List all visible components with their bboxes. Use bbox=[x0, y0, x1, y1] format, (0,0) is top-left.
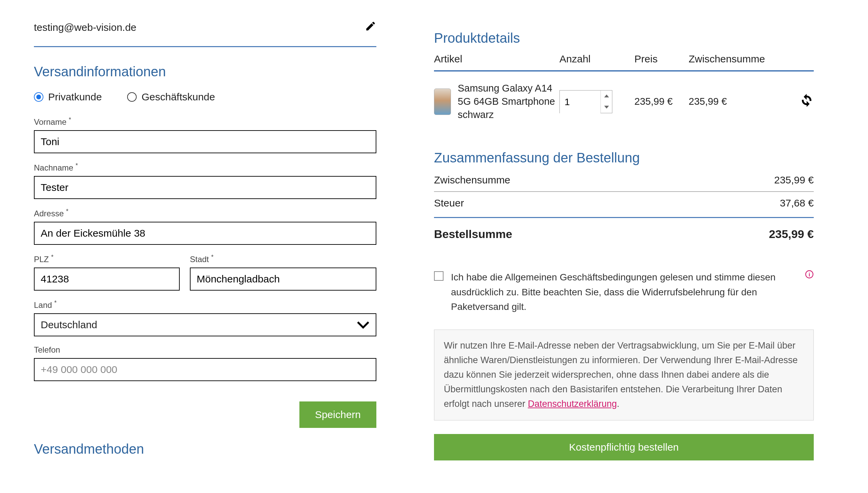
radio-business-label: Geschäftskunde bbox=[141, 91, 215, 103]
product-name: Samsung Galaxy A14 5G 64GB Smartphone sc… bbox=[458, 71, 559, 138]
table-row: Samsung Galaxy A14 5G 64GB Smartphone sc… bbox=[434, 71, 814, 138]
zip-label: PLZ * bbox=[34, 254, 180, 264]
col-price: Preis bbox=[634, 53, 689, 71]
privacy-link[interactable]: Datenschutzerklärung bbox=[528, 399, 617, 409]
summary-row-subtotal: Zwischensumme 235,99 € bbox=[434, 174, 814, 191]
edit-email-button[interactable] bbox=[365, 20, 376, 34]
col-article: Artikel bbox=[434, 53, 559, 71]
summary-heading: Zusammenfassung der Bestellung bbox=[434, 150, 814, 165]
radio-business[interactable]: Geschäftskunde bbox=[127, 91, 215, 103]
zip-input[interactable] bbox=[34, 268, 180, 291]
terms-section: Ich habe die Allgemeinen Geschäftsbeding… bbox=[434, 270, 814, 314]
lastname-label: Nachname * bbox=[34, 162, 376, 173]
shipping-heading: Versandinformationen bbox=[34, 64, 376, 79]
phone-input[interactable] bbox=[34, 358, 376, 381]
privacy-notice: Wir nutzen Ihre E-Mail-Adresse neben der… bbox=[434, 330, 814, 420]
col-qty: Anzahl bbox=[559, 53, 634, 71]
qty-input[interactable] bbox=[560, 91, 600, 114]
svg-marker-1 bbox=[604, 106, 609, 109]
email-row: testing@web-vision.de bbox=[34, 20, 376, 47]
qty-stepper[interactable] bbox=[559, 90, 612, 113]
svg-marker-0 bbox=[604, 95, 609, 97]
col-subtotal: Zwischensumme bbox=[689, 53, 797, 71]
refresh-icon bbox=[800, 93, 814, 107]
subtotal-value: 235,99 € bbox=[774, 174, 814, 186]
address-input[interactable] bbox=[34, 222, 376, 245]
notice-after: . bbox=[617, 399, 619, 409]
radio-private-label: Privatkunde bbox=[48, 91, 102, 103]
firstname-input[interactable] bbox=[34, 130, 376, 153]
terms-text: Ich habe die Allgemeinen Geschäftsbeding… bbox=[451, 270, 814, 314]
summary-row-tax: Steuer 37,68 € bbox=[434, 191, 814, 214]
product-subtotal: 235,99 € bbox=[689, 71, 797, 138]
tax-label: Steuer bbox=[434, 197, 464, 209]
notice-text: Wir nutzen Ihre E-Mail-Adresse neben der… bbox=[444, 340, 798, 409]
product-details-heading: Produktdetails bbox=[434, 31, 814, 46]
firstname-label: Vorname * bbox=[34, 116, 376, 127]
total-value: 235,99 € bbox=[769, 228, 814, 241]
product-image bbox=[434, 88, 451, 115]
chevron-up-icon bbox=[604, 94, 609, 98]
refresh-button[interactable] bbox=[800, 99, 814, 110]
svg-point-4 bbox=[809, 272, 810, 273]
country-label: Land * bbox=[34, 299, 376, 310]
qty-down-button[interactable] bbox=[601, 102, 612, 113]
address-label: Adresse * bbox=[34, 208, 376, 218]
chevron-down-icon bbox=[604, 105, 609, 109]
product-price: 235,99 € bbox=[634, 71, 689, 138]
pencil-icon bbox=[365, 20, 376, 32]
country-select[interactable]: Deutschland bbox=[34, 313, 376, 336]
radio-icon bbox=[127, 92, 137, 102]
tax-value: 37,68 € bbox=[780, 197, 814, 209]
info-icon[interactable] bbox=[805, 270, 814, 281]
city-input[interactable] bbox=[190, 268, 376, 291]
city-label: Stadt * bbox=[190, 254, 376, 264]
product-table: Artikel Anzahl Preis Zwischensumme Samsu… bbox=[434, 53, 814, 138]
terms-checkbox[interactable] bbox=[434, 271, 443, 281]
email-value: testing@web-vision.de bbox=[34, 22, 136, 33]
subtotal-label: Zwischensumme bbox=[434, 174, 510, 186]
summary-row-total: Bestellsumme 235,99 € bbox=[434, 217, 814, 246]
lastname-input[interactable] bbox=[34, 176, 376, 199]
chevron-down-icon bbox=[357, 320, 370, 330]
total-label: Bestellsumme bbox=[434, 228, 512, 241]
qty-up-button[interactable] bbox=[601, 91, 612, 102]
shipping-methods-heading: Versandmethoden bbox=[34, 441, 376, 457]
radio-private[interactable]: Privatkunde bbox=[34, 91, 102, 103]
radio-icon bbox=[34, 92, 43, 102]
phone-label: Telefon bbox=[34, 345, 376, 355]
save-button[interactable]: Speichern bbox=[299, 401, 376, 428]
order-button[interactable]: Kostenpflichtig bestellen bbox=[434, 434, 814, 460]
country-value: Deutschland bbox=[41, 319, 97, 331]
